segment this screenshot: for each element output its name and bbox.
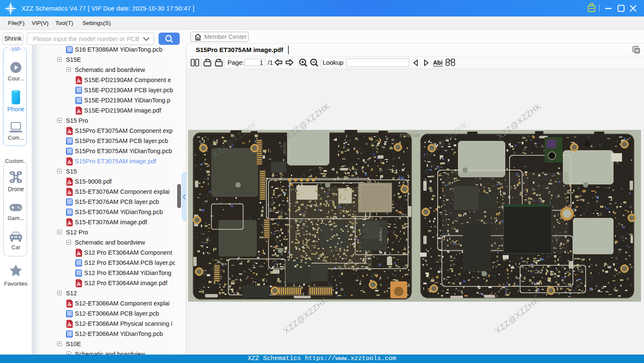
- svg-text:-00330: -00330: [283, 143, 287, 156]
- svg-text:77042B: 77042B: [378, 227, 382, 241]
- svg-text:ET3075AM: ET3075AM: [400, 134, 420, 138]
